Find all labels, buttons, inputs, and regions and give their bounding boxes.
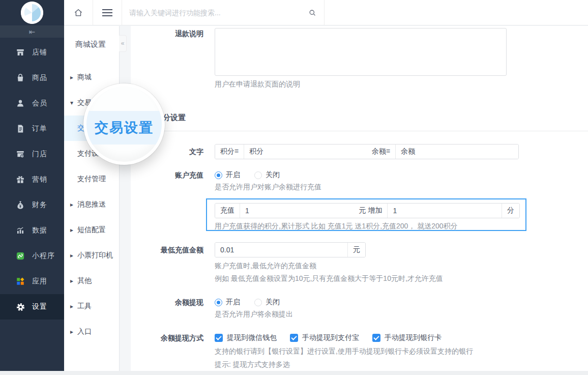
nav-label: 会员 — [32, 99, 47, 108]
min-recharge-hint1: 账户充值时,最低允许的充值金额 — [215, 261, 316, 271]
nav-label: 订单 — [32, 124, 47, 133]
points-gain-input[interactable] — [388, 204, 502, 218]
storefront-icon — [15, 47, 25, 57]
radio-on[interactable] — [215, 171, 222, 179]
nav-item-apps[interactable]: 应用 — [0, 269, 64, 294]
balance-equals-addon: 余额= — [367, 145, 396, 159]
checkbox-alipay-manual[interactable] — [290, 334, 298, 342]
submenu-item-tools[interactable]: 工具 — [64, 294, 119, 319]
expand-arrow-icon — [70, 277, 73, 284]
settings-submenu: 商城设置 « 商城 交易 交易设置 支付设置 支付管理 消息推送 短信配置 小票… — [64, 26, 120, 371]
expand-arrow-icon — [70, 226, 73, 234]
recharge-amount-input[interactable] — [240, 204, 354, 218]
withdraw-methods-checks: 提现到微信钱包 手动提现到支付宝 手动提现到银行卡 — [215, 333, 455, 343]
submenu-collapse-button[interactable]: « — [119, 35, 127, 52]
points-balance-text-group: 积分= 余额= — [215, 144, 519, 159]
sidebar-collapse-button[interactable]: ⇤ — [0, 25, 64, 38]
search-input[interactable] — [129, 9, 308, 17]
section-divider — [155, 131, 588, 131]
recharge-points-hint: 用户充值获得的积分,累计形式 比如 充值1元 送1积分,充值200， 就送200… — [215, 221, 525, 231]
withdraw-label: 余额提现 — [131, 298, 203, 307]
withdraw-methods-hint1: 支持的银行请到【银行设置】进行设置,使用手动提现到银行卡必须设置支持的银行 — [215, 346, 473, 356]
radio-off[interactable] — [254, 171, 262, 179]
collapse-arrow-icon — [70, 99, 73, 106]
nav-label: 财务 — [32, 200, 47, 210]
submenu-item-sms-config[interactable]: 短信配置 — [64, 217, 119, 243]
topbar — [64, 0, 588, 25]
checkbox-label: 提现到微信钱包 — [227, 333, 277, 342]
money-bag-icon — [15, 200, 25, 210]
nav-item-members[interactable]: 会员 — [0, 91, 64, 116]
submenu-item-entry[interactable]: 入口 — [64, 319, 119, 344]
nav-item-goods[interactable]: 商品 — [0, 65, 64, 91]
withdraw-methods-label: 余额提现方式 — [131, 334, 203, 343]
nav-item-miniprogram[interactable]: 小程序 — [0, 243, 64, 269]
expand-arrow-icon — [70, 74, 73, 81]
radio-on[interactable] — [215, 299, 222, 306]
radio-off-label: 关闭 — [266, 298, 280, 307]
nav-item-orders[interactable]: 订单 — [0, 116, 64, 141]
gear-icon — [15, 302, 25, 312]
refund-note-hint: 用户在申请退款页面的说明 — [215, 79, 300, 89]
balance-name-input[interactable] — [396, 145, 518, 159]
checkbox-wechat-wallet[interactable] — [215, 334, 223, 342]
expand-arrow-icon — [70, 201, 73, 208]
recharge-points-highlight-box: 充值 元 增加 分 用户充值获得的积分,累计形式 比如 充值1元 送1积分,充值… — [206, 198, 526, 231]
home-button[interactable] — [64, 0, 93, 25]
order-doc-icon — [15, 124, 25, 134]
nav-item-settings[interactable]: 设置 — [0, 294, 64, 320]
submenu-label: 工具 — [77, 302, 92, 311]
expand-arrow-icon — [70, 303, 73, 310]
refund-note-label: 退款说明 — [131, 30, 203, 39]
recharge-prefix-addon: 充值 — [215, 204, 240, 218]
nav-item-data[interactable]: 数据 — [0, 218, 64, 243]
function-search — [122, 0, 325, 25]
nav-label: 门店 — [32, 150, 47, 159]
goods-bag-icon — [15, 73, 25, 83]
account-recharge-label: 账户充值 — [131, 171, 203, 180]
submenu-item-message-push[interactable]: 消息推送 — [64, 192, 119, 217]
collapse-chevrons-icon: « — [121, 40, 125, 47]
checkbox-label: 手动提现到银行卡 — [385, 333, 442, 342]
nav-item-finance[interactable]: 财务 — [0, 192, 64, 218]
submenu-label: 商城 — [77, 73, 92, 82]
points-name-input[interactable] — [244, 145, 367, 159]
app-logo[interactable] — [21, 2, 43, 24]
checkbox-label: 手动提现到支付宝 — [302, 333, 359, 342]
submenu-label: 短信配置 — [77, 225, 106, 235]
submenu-item-payment-management[interactable]: 支付管理 — [64, 166, 119, 192]
withdraw-radios: 开启 关闭 — [215, 297, 294, 307]
member-icon — [15, 98, 25, 108]
nav-label: 营销 — [32, 175, 47, 184]
checkbox-bankcard-manual[interactable] — [372, 334, 380, 342]
withdraw-hint: 是否允许用户将余额提出 — [215, 309, 293, 319]
submenu-label: 支付管理 — [77, 175, 106, 184]
radio-off[interactable] — [254, 299, 262, 306]
magnifier-lens: 交易设置 — [83, 83, 165, 165]
nav-item-shop[interactable]: 店铺 — [0, 40, 64, 65]
search-icon[interactable] — [308, 8, 317, 17]
home-icon — [73, 8, 83, 18]
recharge-points-group: 充值 元 增加 分 — [215, 203, 520, 218]
points-unit-addon: 分 — [502, 204, 519, 218]
min-recharge-input[interactable] — [215, 243, 347, 257]
menu-toggle-button[interactable] — [93, 0, 122, 25]
collapse-menu-icon: ⇤ — [29, 28, 36, 36]
gift-icon — [15, 175, 25, 185]
nav-item-stores[interactable]: 门店 — [0, 141, 64, 167]
radio-on-label: 开启 — [226, 298, 240, 307]
submenu-item-receipt-printer[interactable]: 小票打印机 — [64, 243, 119, 268]
min-recharge-group: 元 — [215, 242, 366, 257]
submenu-item-other[interactable]: 其他 — [64, 268, 119, 294]
submenu-header: 商城设置 « — [64, 26, 119, 65]
bar-chart-icon — [15, 225, 25, 236]
app-window: ⇤ 店铺 商品 会员 — [0, 0, 588, 375]
account-recharge-hint: 是否允许用户对账户余额进行充值 — [215, 182, 321, 192]
horizontal-scrollbar[interactable] — [0, 371, 588, 375]
nav-label: 店铺 — [32, 48, 47, 57]
primary-nav: 店铺 商品 会员 订单 — [0, 38, 64, 320]
submenu-label: 消息推送 — [77, 200, 106, 209]
refund-note-textarea[interactable] — [215, 28, 507, 76]
yuan-add-addon: 元 增加 — [354, 204, 388, 218]
nav-item-marketing[interactable]: 营销 — [0, 167, 64, 192]
